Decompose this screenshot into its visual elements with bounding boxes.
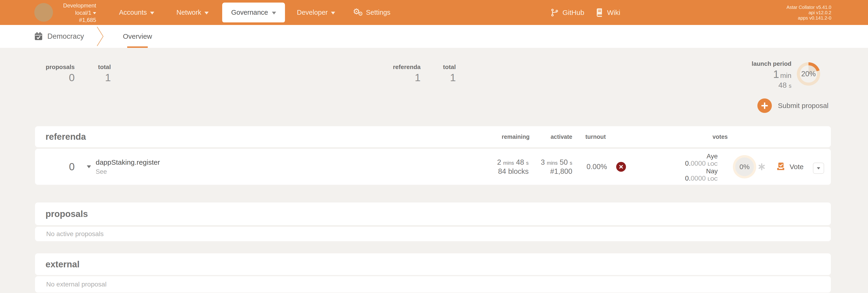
column-remaining: remaining xyxy=(483,133,530,140)
referendum-row: 0 dappStaking.register See 2 mins 48 s 8… xyxy=(35,149,831,185)
democracy-overview-page: Development local/1 #1,685 Accounts Netw… xyxy=(0,0,868,293)
referendum-proposal: dappStaking.register See xyxy=(96,158,160,175)
aye-unit: LOC xyxy=(708,161,718,167)
tab-overview-label: Overview xyxy=(123,32,152,40)
wiki-label: Wiki xyxy=(607,9,620,17)
launch-period-label: launch period xyxy=(723,60,792,67)
asterisk-icon xyxy=(758,163,765,170)
external-header: external xyxy=(35,253,831,275)
chevron-down-icon xyxy=(205,12,209,14)
breadcrumb-chevron xyxy=(96,26,104,46)
aye-label: Aye xyxy=(671,153,718,160)
activate-cell: 3 mins 50 s #1,800 xyxy=(526,158,572,176)
activate-secs-unit: s xyxy=(570,160,572,166)
stat-launch-period: launch period 1 min 48 s xyxy=(723,60,792,90)
stat-referenda: referenda 1 xyxy=(380,63,421,84)
chevron-down-icon xyxy=(93,12,96,14)
nay-unit: LOC xyxy=(708,176,718,182)
nav-network[interactable]: Network xyxy=(177,0,209,25)
chevron-down-icon xyxy=(817,167,820,169)
stat-referenda-total: total 1 xyxy=(423,63,456,84)
breadcrumb: Democracy xyxy=(34,25,84,48)
referendum-method: dappStaking.register xyxy=(96,158,160,166)
activate-secs: 50 xyxy=(560,158,568,166)
column-votes: votes xyxy=(681,133,728,140)
no-passing-icon xyxy=(616,162,626,172)
tab-bar: Democracy Overview xyxy=(0,25,868,48)
launch-period-sub-value: 48 xyxy=(778,81,787,89)
nav-accounts-label: Accounts xyxy=(119,9,147,16)
referendum-index: 0 xyxy=(58,161,75,173)
node-version: Astar Collator v5.41.0 xyxy=(786,5,831,10)
submit-proposal-button[interactable]: Submit proposal xyxy=(757,98,829,113)
external-empty-message: No external proposal xyxy=(46,281,106,288)
nav-developer[interactable]: Developer xyxy=(297,0,335,25)
calendar-check-icon xyxy=(34,32,43,41)
stat-referenda-label: referenda xyxy=(380,63,421,71)
code-branch-icon xyxy=(550,8,559,17)
external-body: No external proposal xyxy=(35,276,831,293)
stat-proposals-total: total 1 xyxy=(77,63,111,84)
github-label: GitHub xyxy=(562,9,584,17)
launch-period-unit: min xyxy=(780,72,792,79)
chevron-down-icon xyxy=(331,12,335,14)
nav-network-label: Network xyxy=(177,9,201,16)
proposals-title: proposals xyxy=(45,209,88,219)
external-title: external xyxy=(45,259,80,269)
apps-version: apps v0.141.2-0 xyxy=(786,15,831,21)
nay-value: 0. xyxy=(685,174,691,182)
nav-settings[interactable]: ⚙⚙ Settings xyxy=(353,0,391,25)
aye-value: 0. xyxy=(685,160,691,167)
section-label: Democracy xyxy=(48,32,84,41)
submit-proposal-label: Submit proposal xyxy=(778,102,829,110)
referenda-header: referenda remaining activate turnout vot… xyxy=(35,126,831,147)
remaining-secs: 48 xyxy=(516,158,524,166)
proposals-body: No active proposals xyxy=(35,227,831,241)
remaining-mins-unit: mins xyxy=(503,160,514,166)
chain-network: local/1 xyxy=(75,9,91,16)
settings-gears-icon: ⚙⚙ xyxy=(353,7,364,18)
nav-governance-active[interactable]: Governance xyxy=(222,3,285,22)
remaining-mins: 2 xyxy=(497,158,501,166)
vote-dropdown-button[interactable] xyxy=(813,163,824,174)
votes-cell: Aye 0.0000 LOC Nay 0.0000 LOC xyxy=(671,153,718,183)
stat-proposals-label: proposals xyxy=(35,63,75,71)
launch-period-percent: 20% xyxy=(801,70,816,78)
approval-badge: 0% xyxy=(733,155,756,178)
column-turnout: turnout xyxy=(585,133,606,140)
top-header-bar: Development local/1 #1,685 Accounts Netw… xyxy=(0,0,868,25)
vote-ballot-icon xyxy=(777,162,785,170)
chevron-down-icon xyxy=(150,12,154,14)
remaining-cell: 2 mins 48 s 84 blocks xyxy=(482,158,529,176)
nav-settings-label: Settings xyxy=(366,9,391,16)
chain-info[interactable]: Development local/1 #1,685 xyxy=(47,2,96,24)
nay-label: Nay xyxy=(671,167,718,175)
stat-proposals-total-label: total xyxy=(77,63,111,71)
preimage-link[interactable]: See xyxy=(96,168,160,175)
proposals-header: proposals xyxy=(35,202,831,225)
launch-period-donut: 20% xyxy=(797,62,820,86)
wiki-link[interactable]: Wiki xyxy=(595,0,620,25)
vote-button[interactable]: Vote xyxy=(789,163,804,171)
chevron-down-icon xyxy=(272,12,276,14)
plus-icon xyxy=(757,98,772,113)
chain-name: Development xyxy=(47,2,96,9)
github-link[interactable]: GitHub xyxy=(550,0,584,25)
launch-period-value: 1 xyxy=(773,68,779,80)
nav-accounts[interactable]: Accounts xyxy=(119,0,154,25)
active-tab-underline xyxy=(127,46,148,48)
proposals-empty-message: No active proposals xyxy=(46,230,104,238)
version-info: Astar Collator v5.41.0 api v12.0.2 apps … xyxy=(786,5,831,21)
activate-block: #1,800 xyxy=(526,167,572,176)
tab-overview[interactable]: Overview xyxy=(123,25,152,48)
api-version: api v12.0.2 xyxy=(786,10,831,15)
stat-proposals: proposals 0 xyxy=(35,63,75,84)
expand-caret-icon[interactable] xyxy=(87,165,91,168)
best-block-number: #1,685 xyxy=(47,16,96,24)
activate-mins: 3 xyxy=(541,158,545,166)
approval-percent: 0% xyxy=(739,163,749,171)
remaining-blocks: 84 xyxy=(498,167,506,175)
nay-value-frac: 0000 xyxy=(691,174,706,182)
stat-referenda-total-value: 1 xyxy=(423,72,456,84)
stat-referenda-value: 1 xyxy=(380,72,421,84)
